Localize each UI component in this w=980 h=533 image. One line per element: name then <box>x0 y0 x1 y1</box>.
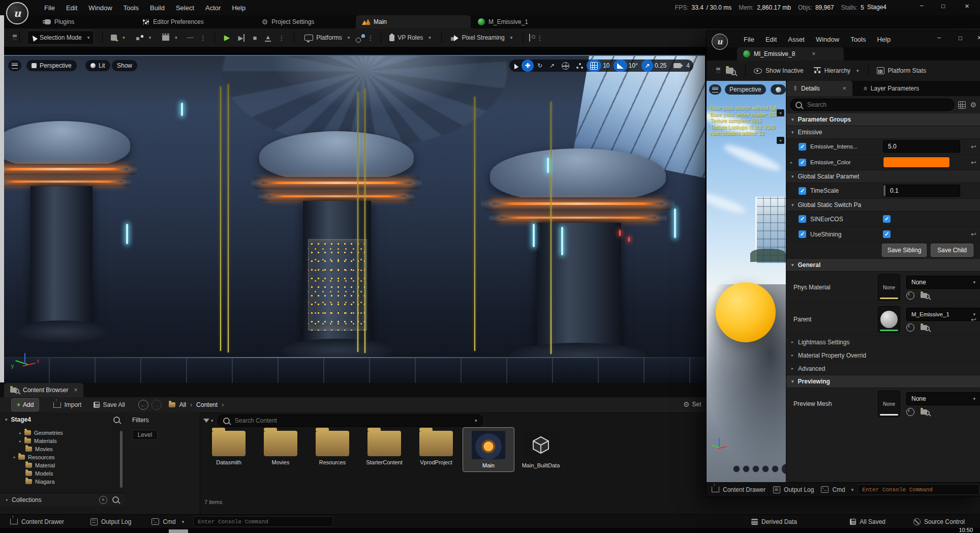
selection-mode-dropdown[interactable]: Selection Mode ▾ <box>27 31 94 45</box>
menu-window[interactable]: Window <box>83 4 117 12</box>
console-input[interactable]: Enter Console Command <box>193 516 333 527</box>
scale-snap-value[interactable]: 0.25 <box>653 62 670 69</box>
tab-plugins[interactable]: Plugins <box>39 15 80 28</box>
search-icon[interactable] <box>112 496 119 503</box>
menu-build[interactable]: Build <box>144 4 170 12</box>
all-saved-button[interactable]: All Saved <box>850 515 885 528</box>
show-dropdown[interactable]: Show <box>112 60 137 71</box>
mi-menu-help[interactable]: Help <box>871 36 896 43</box>
add-collection-button[interactable]: + <box>99 496 107 504</box>
cinematics-dropdown[interactable]: ▾ <box>158 31 181 44</box>
mi-menu-tools[interactable]: Tools <box>845 36 871 43</box>
tab-layer-parameters[interactable]: ≡ Layer Parameters <box>858 81 925 96</box>
cube-shape-button[interactable] <box>762 465 769 472</box>
emissive-color-swatch[interactable] <box>883 157 950 168</box>
surface-snap-toggle[interactable] <box>573 60 587 72</box>
use-selected-asset-button[interactable] <box>906 408 914 416</box>
browse-to-asset-button[interactable] <box>921 323 930 331</box>
capture-icon[interactable] <box>529 34 530 41</box>
mi-close-button[interactable]: × <box>977 34 980 42</box>
level-viewport[interactable]: Perspective Lit Show ✚ ↻ ↗ 10 10° ↗ 0.25… <box>4 55 705 383</box>
asset-folder-resources[interactable]: Resources <box>307 431 358 465</box>
preview-perspective-dropdown[interactable]: Perspective <box>725 84 766 95</box>
material-preview-viewport[interactable]: Base pass shader without ligh Base pass … <box>707 81 786 482</box>
preview-mesh-thumbnail[interactable]: None <box>878 391 900 417</box>
mi-asset-tab[interactable]: MI_Emissive_8 × <box>737 47 844 61</box>
mi-output-log-button[interactable]: Output Log <box>769 483 818 496</box>
back-button[interactable]: ← <box>138 400 148 410</box>
use-selected-asset-button[interactable] <box>906 323 914 332</box>
section-emissive[interactable]: ▾ Emissive <box>786 126 980 139</box>
world-local-toggle[interactable] <box>558 60 573 72</box>
sineorcos-checkbox[interactable]: ✓ <box>883 215 891 223</box>
search-content-input[interactable] <box>234 417 471 425</box>
details-search-box[interactable] <box>790 99 954 111</box>
tree-item-material[interactable]: Material <box>0 461 125 469</box>
override-checkbox[interactable]: ✓ <box>799 159 806 166</box>
mesh-shape-button[interactable] <box>772 465 779 472</box>
override-checkbox[interactable]: ✓ <box>799 230 806 238</box>
mi-cmd-dropdown[interactable]: Cmd ▾ <box>818 483 856 496</box>
override-checkbox[interactable]: ✓ <box>799 215 806 223</box>
forward-button[interactable]: → <box>151 400 162 410</box>
preview-overflow-button[interactable]: ▾ <box>777 137 784 144</box>
output-log-button[interactable]: Output Log <box>84 515 137 528</box>
close-button[interactable]: × <box>965 2 969 10</box>
grid-snap-toggle[interactable] <box>587 60 601 72</box>
tree-item-resources[interactable]: ▾ Resources <box>0 453 125 461</box>
sphere-shape-button[interactable] <box>743 465 750 472</box>
content-browser-settings[interactable]: ⚙ Set <box>683 400 701 408</box>
reset-to-default-button[interactable]: ↩ <box>971 316 976 323</box>
content-drawer-button[interactable]: Content Drawer <box>4 515 70 528</box>
show-inactive-button[interactable]: Show Inactive <box>754 67 804 74</box>
eject-button[interactable]: ▲ <box>265 34 271 42</box>
reset-to-default-button[interactable]: ↩ <box>971 143 976 151</box>
preview-overflow-button[interactable]: ▾ <box>777 109 784 116</box>
reset-to-default-button[interactable]: ↩ <box>971 230 976 238</box>
mi-minimize-button[interactable]: – <box>937 34 941 41</box>
parent-thumbnail[interactable] <box>878 306 900 333</box>
play-button[interactable]: ▶ <box>224 33 230 42</box>
asset-folder-startercontent[interactable]: StarterContent <box>359 431 410 465</box>
toolbar-overflow[interactable]: ⋮ <box>198 34 208 42</box>
capture-options[interactable]: ⋮ <box>534 34 545 42</box>
breadcrumb-all[interactable]: All <box>179 401 186 408</box>
section-advanced[interactable]: ▸ Advanced <box>786 362 980 375</box>
source-control-button[interactable]: Source Control <box>913 515 965 528</box>
add-actor-dropdown[interactable]: ▾ <box>107 31 129 44</box>
scale-snap-toggle[interactable]: ↗ <box>641 60 653 72</box>
phys-material-dropdown[interactable]: None ▾ <box>906 276 980 289</box>
section-parameter-groups[interactable]: ▾ Parameter Groups <box>786 113 980 126</box>
preview-settings-button[interactable] <box>781 463 786 475</box>
add-button[interactable]: + Add <box>11 398 39 411</box>
emissive-intensity-input[interactable]: 5.0 <box>883 140 960 153</box>
menu-select[interactable]: Select <box>170 4 200 12</box>
tree-item-movies[interactable]: Movies <box>0 445 125 453</box>
derived-data-button[interactable]: Derived Data <box>751 515 797 528</box>
asset-level-main[interactable]: Main <box>463 427 514 472</box>
tab-main[interactable]: Main <box>356 15 471 28</box>
override-checkbox[interactable]: ✓ <box>799 187 806 195</box>
multiuser-options[interactable]: ⋮ <box>365 34 376 42</box>
close-icon[interactable]: × <box>812 50 815 57</box>
section-material-property-overrides[interactable]: ▸ Material Property Overrid <box>786 349 980 362</box>
unreal-logo[interactable]: u <box>6 2 28 24</box>
perspective-dropdown[interactable]: Perspective <box>26 60 77 71</box>
timescale-input[interactable]: 0.1 <box>883 185 960 197</box>
use-selected-asset-button[interactable] <box>906 291 914 300</box>
mi-content-drawer-button[interactable]: Content Drawer <box>709 483 769 496</box>
preview-mesh-dropdown[interactable]: None ▾ <box>906 392 980 405</box>
tree-item-materials[interactable]: ▸ Materials <box>0 437 125 445</box>
mi-menu-file[interactable]: File <box>738 36 760 43</box>
restore-button[interactable]: □ <box>941 3 945 10</box>
scale-tool[interactable]: ↗ <box>546 60 558 72</box>
chevron-down-icon[interactable]: ▾ <box>475 418 477 423</box>
camera-speed-value[interactable]: 4 <box>685 62 693 69</box>
brush-icon[interactable]: ／ <box>186 33 196 43</box>
gear-icon[interactable]: ⚙ <box>970 101 976 109</box>
browse-to-asset-button[interactable] <box>726 67 736 75</box>
import-button[interactable]: Import <box>53 401 81 408</box>
grid-snap-value[interactable]: 10 <box>601 62 613 69</box>
sources-header[interactable]: ▾ Stage4 <box>0 412 125 427</box>
minimize-button[interactable]: – <box>920 2 924 9</box>
